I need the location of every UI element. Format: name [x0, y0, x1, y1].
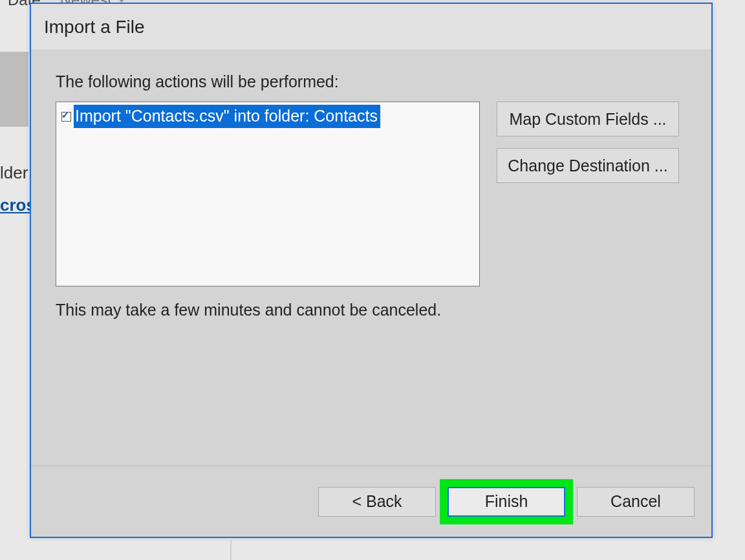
import-file-dialog: Import a File The following actions will… [30, 3, 713, 538]
dialog-body: The following actions will be performed:… [31, 50, 711, 466]
background-sidebar-block [0, 52, 28, 127]
map-custom-fields-button[interactable]: Map Custom Fields ... [497, 102, 679, 136]
change-destination-button[interactable]: Change Destination ... [497, 148, 679, 183]
warning-text: This may take a few minutes and cannot b… [56, 301, 687, 319]
back-button[interactable]: < Back [318, 487, 436, 517]
dialog-footer: < Back Finish Cancel [31, 466, 711, 537]
content-row: Import "Contacts.csv" into folder: Conta… [56, 102, 687, 286]
import-item-label: Import "Contacts.csv" into folder: Conta… [74, 105, 380, 128]
actions-prompt: The following actions will be performed: [56, 72, 687, 91]
import-checkbox[interactable] [61, 112, 71, 122]
list-item[interactable]: Import "Contacts.csv" into folder: Conta… [59, 105, 477, 128]
finish-button[interactable]: Finish [448, 487, 565, 517]
side-buttons: Map Custom Fields ... Change Destination… [497, 102, 679, 183]
dialog-titlebar: Import a File [31, 4, 711, 50]
actions-listbox[interactable]: Import "Contacts.csv" into folder: Conta… [56, 102, 480, 286]
finish-highlight: Finish [440, 479, 573, 524]
cancel-button[interactable]: Cancel [577, 487, 695, 517]
dialog-title: Import a File [44, 17, 145, 38]
background-text-folder: lder [0, 163, 28, 183]
background-divider [230, 540, 232, 560]
